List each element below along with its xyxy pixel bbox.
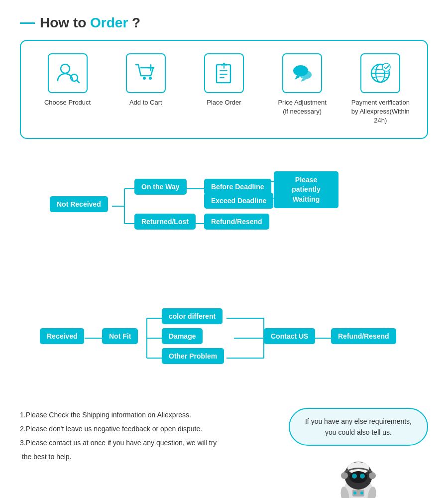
chat-bubbles-icon — [290, 61, 315, 86]
price-adjustment-icon-wrapper — [282, 53, 322, 93]
title-text: How to Order ? — [40, 15, 140, 31]
flow-chart-not-received: Not Received On the Way Before Deadline … — [20, 164, 428, 263]
svg-point-3 — [143, 77, 146, 80]
svg-point-44 — [369, 472, 376, 479]
step-price-adjustment: Price Adjustment(if necessary) — [267, 53, 337, 116]
box-not-fit: Not Fit — [102, 328, 138, 344]
section-title: How to Order ? — [20, 15, 428, 31]
flow-section-1: Not Received On the Way Before Deadline … — [0, 149, 448, 278]
step-add-to-cart: Add to Cart — [111, 53, 181, 107]
svg-point-16 — [382, 63, 390, 71]
add-to-cart-icon-wrapper — [126, 53, 166, 93]
globe-icon — [368, 61, 393, 86]
box-received: Received — [40, 328, 84, 344]
svg-point-43 — [341, 472, 348, 479]
svg-point-12 — [300, 70, 312, 79]
bottom-section: 1.Please Check the Shipping information … — [0, 403, 448, 498]
how-to-order-section: How to Order ? Choose Product — [0, 0, 448, 149]
box-please-wait: Please patiently Waitting — [274, 171, 338, 209]
robot-icon — [329, 451, 388, 498]
box-color-different: color different — [162, 308, 223, 324]
note-1: 1.Please Check the Shipping information … — [20, 408, 289, 422]
title-line — [20, 22, 35, 24]
choose-product-icon-wrapper — [48, 53, 88, 93]
step-choose-product: Choose Product — [33, 53, 103, 107]
box-contact-us: Contact US — [264, 328, 315, 344]
note-2: 2.Please don't leave us negative feedbac… — [20, 422, 289, 436]
box-exceed-deadline: Exceed Deadline — [204, 193, 273, 209]
flow-section-2: Received Not Fit color different Damage … — [0, 278, 448, 403]
payment-verification-icon-wrapper — [360, 53, 400, 93]
box-refund-resend-1: Refund/Resend — [204, 214, 269, 230]
cart-icon — [133, 61, 158, 86]
place-order-icon-wrapper — [204, 53, 244, 93]
order-steps-box: Choose Product Add to Cart — [20, 40, 428, 139]
notes-list: 1.Please Check the Shipping information … — [20, 408, 289, 464]
box-damage: Damage — [162, 328, 203, 344]
box-refund-resend-2: Refund/Resend — [331, 328, 396, 344]
place-order-label: Place Order — [207, 98, 241, 107]
svg-point-50 — [353, 492, 356, 495]
box-on-the-way: On the Way — [134, 179, 187, 195]
svg-point-0 — [61, 64, 70, 73]
svg-point-4 — [149, 77, 152, 80]
svg-line-2 — [77, 81, 79, 83]
svg-point-40 — [349, 471, 367, 483]
svg-point-42 — [360, 474, 365, 479]
payment-verification-label: Payment verificationby Aliexpress(Within… — [345, 98, 415, 125]
speech-bubble: If you have any else requirements, you c… — [289, 408, 428, 446]
note-3: 3.Please contact us at once if you have … — [20, 436, 289, 464]
choose-product-label: Choose Product — [44, 98, 91, 107]
price-adjustment-label: Price Adjustment(if necessary) — [278, 98, 327, 116]
svg-point-51 — [360, 492, 363, 495]
step-payment-verification: Payment verificationby Aliexpress(Within… — [345, 53, 415, 125]
box-other-problem: Other Problem — [162, 348, 224, 364]
box-returned-lost: Returned/Lost — [134, 214, 196, 230]
step-place-order: Place Order — [189, 53, 259, 107]
box-not-received: Not Received — [50, 196, 108, 212]
title-highlight: Order — [90, 15, 128, 30]
add-to-cart-label: Add to Cart — [129, 98, 162, 107]
flow-chart-received: Received Not Fit color different Damage … — [20, 288, 428, 388]
svg-point-41 — [352, 474, 357, 479]
box-before-deadline: Before Deadline — [204, 179, 271, 195]
document-upload-icon — [212, 61, 236, 86]
person-search-icon — [55, 61, 80, 86]
robot-area: If you have any else requirements, you c… — [289, 408, 428, 498]
